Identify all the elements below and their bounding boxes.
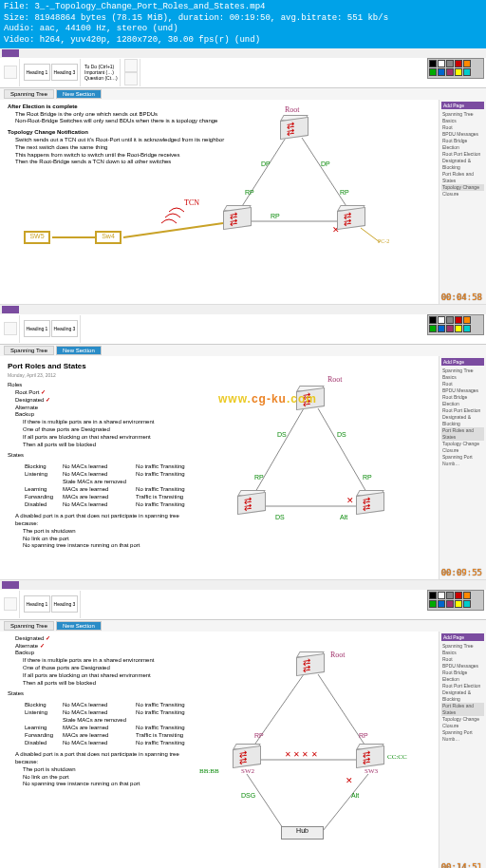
table-row: BlockingNo MACs learnedNo traffic Transi… <box>25 702 193 708</box>
drawing-palette[interactable] <box>427 58 484 79</box>
video-timestamp: 00:14:51 <box>441 862 482 868</box>
heading-tcn: Topology Change Notification <box>8 129 431 137</box>
video-timestamp: 00:09:55 <box>441 568 482 577</box>
page-date: Monday, April 23, 2012 <box>8 372 431 379</box>
table-row: ListeningNo MACs learnedNo traffic Trans… <box>25 471 193 477</box>
sidebar-item[interactable]: Root Port Election <box>441 151 484 158</box>
text-line: If there is multiple ports are in a shar… <box>23 419 431 426</box>
sidebar-item[interactable]: Root Port Election <box>441 683 484 689</box>
text-line: No link on the port <box>23 536 431 543</box>
drawing-palette[interactable] <box>427 314 484 335</box>
table-row: Stale MACs are removed <box>25 717 193 723</box>
sw5-box: SW5 <box>24 231 50 244</box>
sidebar-item-active[interactable]: Topology Change <box>441 184 484 191</box>
text-line: The port is shutdown <box>23 528 431 536</box>
pc2-label: PC-2 <box>378 238 389 244</box>
states-heading: States <box>8 690 431 698</box>
style-heading1[interactable]: Heading 1 <box>24 64 50 81</box>
sidebar-item[interactable]: Spanning Port Numb… <box>441 454 484 467</box>
sidebar-item[interactable]: Topology Change <box>441 716 484 723</box>
switch-sw3: ⇄⇄ <box>356 747 384 766</box>
paste-button[interactable] <box>4 322 17 335</box>
sidebar-item[interactable]: Designated & Blocking <box>441 689 484 703</box>
add-page-button[interactable]: Add Page <box>441 358 484 366</box>
add-page-button[interactable]: Add Page <box>441 102 484 109</box>
table-row: DisabledNo MACs learnedNo traffic Transi… <box>25 501 193 507</box>
sidebar-item[interactable]: Root <box>441 124 484 131</box>
tab-spanning-tree[interactable]: Spanning Tree <box>4 89 54 99</box>
style-heading1[interactable]: Heading 1 <box>24 595 50 613</box>
style-heading3[interactable]: Heading 3 <box>51 64 78 81</box>
svg-text:✕: ✕ <box>346 496 354 505</box>
sidebar-item[interactable]: Root Port Election <box>441 407 484 414</box>
text-line: Backup <box>15 650 431 657</box>
content-area: Port Roles and States Monday, April 23, … <box>0 356 486 579</box>
states-table: BlockingNo MACs learnedNo traffic Transi… <box>23 700 195 747</box>
window-titlebar <box>0 48 486 58</box>
sidebar-item[interactable]: Designated & Blocking <box>441 158 484 171</box>
sidebar-item[interactable]: Root <box>441 656 484 663</box>
text-line: Alternate <box>15 405 431 412</box>
sidebar-item[interactable]: Spanning Port Numb… <box>441 729 484 743</box>
text-line: If all ports are blocking on that shared… <box>23 672 431 680</box>
sidebar-item[interactable]: Spanning Tree Basics <box>441 368 484 381</box>
media-size: Size: 81948864 bytes (78.15 MiB), durati… <box>4 13 482 25</box>
drawing-palette[interactable] <box>427 590 484 611</box>
sidebar-item[interactable]: Root Bridge Election <box>441 670 484 683</box>
sidebar-item[interactable]: Closure <box>441 191 484 198</box>
tag-question[interactable]: Question (Ct…) <box>84 75 118 81</box>
table-row: ForwardingMACs are learnedTraffic is Tra… <box>25 494 193 500</box>
sidebar-item[interactable]: Spanning Tree Basics <box>441 643 484 656</box>
root-label: Root <box>285 105 300 114</box>
frame-2: Heading 1 Heading 3 Spanning Tree New Se… <box>0 305 486 580</box>
tab-spanning-tree[interactable]: Spanning Tree <box>4 621 54 631</box>
svg-line-5 <box>361 228 380 242</box>
text-line: The next switch does the same thing <box>15 144 431 152</box>
sidebar-item[interactable]: Closure <box>441 723 484 729</box>
sidebar-item[interactable]: Topology Change <box>441 441 484 447</box>
sidebar-item[interactable]: Designated & Blocking <box>441 414 484 427</box>
switch-root: ⇄⇄ <box>280 119 308 138</box>
style-heading3[interactable]: Heading 3 <box>51 595 78 613</box>
frame-3: Heading 1 Heading 3 Spanning Tree New Se… <box>0 580 486 868</box>
tab-new-section[interactable]: New Section <box>56 346 102 355</box>
tab-new-section[interactable]: New Section <box>56 621 102 631</box>
table-row: LearningMACs are learnedNo traffic Trans… <box>25 486 193 492</box>
svg-line-4 <box>123 223 223 237</box>
svg-text:DSG: DSG <box>241 792 255 799</box>
sidebar-item[interactable]: BPDU Messages <box>441 387 484 394</box>
root-label: Root <box>327 375 343 384</box>
text-line: A disabled port is a port that does not … <box>15 513 431 520</box>
sidebar-item[interactable]: BPDU Messages <box>441 663 484 670</box>
page-sidebar: Add Page Spanning Tree Basics Root BPDU … <box>439 632 486 868</box>
content-area: Designated ✓ Alternate ✓ Backup If there… <box>0 632 486 868</box>
ribbon: Heading 1 Heading 3 <box>0 590 486 620</box>
roles-heading: Roles <box>8 382 431 389</box>
text-line: No spanning tree instance running on tha… <box>23 542 431 550</box>
switch-sw2: ⇄⇄ <box>233 747 261 766</box>
sw3-label: SW3 <box>364 767 378 775</box>
table-row: DisabledNo MACs learnedNo traffic Transi… <box>25 740 193 745</box>
sidebar-item[interactable]: Port Roles and States <box>441 171 484 184</box>
style-heading1[interactable]: Heading 1 <box>24 320 50 337</box>
paste-button[interactable] <box>4 597 17 611</box>
sidebar-item[interactable]: Spanning Tree Basics <box>441 111 484 124</box>
flag-icon[interactable] <box>124 59 138 72</box>
heading-election: After Election is complete <box>8 104 431 111</box>
tab-spanning-tree[interactable]: Spanning Tree <box>4 346 54 355</box>
sidebar-item[interactable]: Root <box>441 381 484 387</box>
sidebar-item[interactable]: BPDU Messages <box>441 131 484 138</box>
paste-button[interactable] <box>4 66 17 79</box>
mail-icon[interactable] <box>124 72 138 85</box>
sidebar-item[interactable]: Root Bridge Election <box>441 138 484 151</box>
page-title: Port Roles and States <box>8 362 431 370</box>
tab-new-section[interactable]: New Section <box>56 89 102 99</box>
sidebar-item[interactable]: Closure <box>441 447 484 454</box>
sidebar-item-active[interactable]: Port Roles and States <box>441 427 484 441</box>
add-page-button[interactable]: Add Page <box>441 633 484 641</box>
sidebar-item-active[interactable]: Port Roles and States <box>441 703 484 716</box>
sidebar-item[interactable]: Root Bridge Election <box>441 394 484 407</box>
table-row: LearningMACs are learnedNo traffic Trans… <box>25 725 193 730</box>
ribbon: Heading 1 Heading 3 To Do (Ctrl+1) Impor… <box>0 58 486 88</box>
style-heading3[interactable]: Heading 3 <box>51 320 78 337</box>
